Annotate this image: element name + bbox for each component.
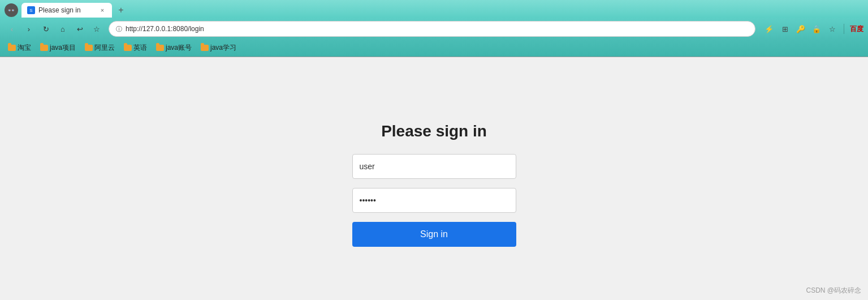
bookmark-java-learning[interactable]: java学习 [197,42,240,54]
forward-button[interactable]: › [21,22,36,36]
active-tab[interactable]: S Please sign in × [21,3,112,18]
tab-favicon: S [27,6,35,14]
bookmark-java-account[interactable]: java账号 [153,42,195,54]
bookmark-java-project[interactable]: java项目 [37,42,79,54]
folder-icon [201,45,209,51]
password-input[interactable] [352,188,516,213]
bookmarks-bar: 淘宝 java项目 阿里云 英语 java账号 java学习 [0,40,868,57]
undo-button[interactable]: ↩ [72,22,87,36]
login-form: Sign in [352,154,516,247]
refresh-button[interactable]: ↻ [38,22,53,36]
star-button[interactable]: ☆ [89,22,104,36]
toolbar-divider [844,24,844,34]
back-button[interactable]: ‹ [5,22,19,36]
bookmark-aliyun[interactable]: 阿里云 [81,42,118,54]
watermark: CSDN @码农碎念 [806,286,861,295]
login-title: Please sign in [381,122,487,140]
tab-close-button[interactable]: × [98,6,106,14]
csdn-badge[interactable]: 百度 [850,24,863,34]
username-input[interactable] [352,154,516,179]
bookmark-english[interactable]: 英语 [120,42,150,54]
address-icon: ⓘ [116,25,122,33]
browser-chrome: 👓 S Please sign in × + ‹ › ↻ ⌂ ↩ ☆ ⓘ ⚡ ⊞… [0,0,868,57]
folder-icon [124,45,132,51]
tab-bar: 👓 S Please sign in × + [0,0,868,18]
new-tab-button[interactable]: + [114,3,128,17]
sign-in-button[interactable]: Sign in [352,222,516,247]
nav-bar: ‹ › ↻ ⌂ ↩ ☆ ⓘ ⚡ ⊞ 🔑 🔒 ☆ 百度 [0,18,868,40]
folder-icon [156,45,164,51]
folder-icon [40,45,48,51]
address-bar-container[interactable]: ⓘ [109,21,755,37]
bookmark-taobao[interactable]: 淘宝 [5,42,34,54]
folder-icon [85,45,93,51]
page-content: Please sign in Sign in [0,57,868,300]
toolbar-grid-icon[interactable]: ⊞ [778,22,792,36]
toolbar-lock-icon[interactable]: 🔒 [810,22,823,36]
toolbar-lightning-icon[interactable]: ⚡ [762,22,776,36]
folder-icon [8,45,16,51]
toolbar-right: ⚡ ⊞ 🔑 🔒 ☆ 百度 [762,22,863,36]
address-input[interactable] [126,25,748,33]
home-button[interactable]: ⌂ [55,22,70,36]
tab-title: Please sign in [38,6,95,14]
login-container: Please sign in Sign in [0,88,868,269]
toolbar-key-icon[interactable]: 🔑 [794,22,807,36]
browser-icon: 👓 [5,3,18,17]
toolbar-star-icon[interactable]: ☆ [826,22,839,36]
